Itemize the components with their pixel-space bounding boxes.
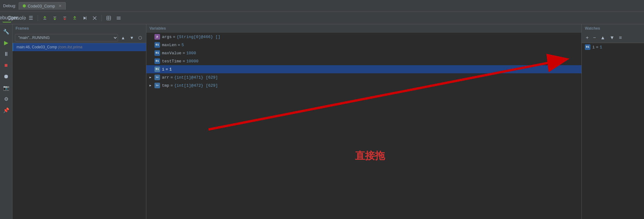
- var-icon-args: p: [154, 34, 160, 40]
- watch-name-i: i: [592, 45, 595, 50]
- watches-up-btn[interactable]: ▲: [599, 34, 607, 41]
- var-value-tmp: {int[1]@472} [629]: [174, 83, 218, 88]
- step-into-icon: [52, 15, 57, 21]
- mute-icon: [92, 15, 97, 21]
- watch-icon-i: 01: [585, 44, 590, 50]
- watch-eq-i: =: [596, 45, 599, 50]
- console-label: Console: [8, 15, 26, 21]
- var-value-testtime: 10000: [186, 59, 198, 64]
- sidebar-icons: 🔧 ▶ ⏸ ■ ⏺ 📷 ⚙ 📌: [0, 24, 12, 219]
- var-name-i: i: [162, 67, 164, 72]
- var-icon-maxvalue: 01: [154, 50, 160, 56]
- var-eq-testtime: =: [182, 59, 185, 64]
- var-value-i: 1: [169, 67, 172, 72]
- var-name-args: args: [162, 35, 172, 39]
- frame-item[interactable]: main:46, Code03_Comp (com.list.prima: [12, 43, 146, 51]
- var-name-maxlen: maxLen: [162, 43, 177, 47]
- var-value-maxlen: 5: [182, 43, 184, 47]
- var-eq-tmp: =: [170, 83, 173, 88]
- debug-tab[interactable]: Code03_Comp ✕: [19, 2, 66, 10]
- stop-btn[interactable]: ■: [2, 61, 11, 70]
- watches-remove-btn[interactable]: −: [591, 34, 597, 41]
- var-eq-maxlen: =: [178, 43, 180, 47]
- frames-down-btn[interactable]: ▼: [128, 34, 135, 41]
- expand-arr: ▶: [149, 75, 154, 79]
- frames-panel: Frames "main"...RUNNING ▲ ▼ ⬡ main:46, C…: [12, 24, 146, 219]
- var-item-testtime[interactable]: 01 testTime = 10000: [146, 57, 581, 65]
- var-item-tmp[interactable]: ▶ ½≡ tmp = {int[1]@472} [629]: [146, 81, 581, 90]
- step-out-icon: [72, 15, 77, 21]
- play-btn[interactable]: ▶: [2, 38, 11, 47]
- mute-btn[interactable]: [90, 14, 99, 22]
- force-run-icon: [82, 15, 87, 21]
- variables-list: p args = {String[0]@466} [] 01 maxLen = …: [146, 33, 581, 219]
- tab-close-icon[interactable]: ✕: [59, 4, 62, 8]
- tab-dot-icon: [23, 4, 26, 7]
- expand-tmp: ▶: [149, 84, 154, 87]
- gear-btn[interactable]: ⚙: [2, 94, 11, 104]
- settings-btn[interactable]: [114, 14, 123, 22]
- force-run-btn[interactable]: [80, 14, 89, 22]
- frames-toolbar: "main"...RUNNING ▲ ▼ ⬡: [12, 33, 146, 43]
- var-item-maxvalue[interactable]: 01 maxValue = 1000: [146, 49, 581, 57]
- main-toolbar: Debugger Console ☰: [0, 12, 644, 24]
- var-value-args: {String[0]@466} []: [177, 35, 220, 39]
- table-btn[interactable]: [104, 14, 113, 22]
- table-icon: [106, 15, 111, 21]
- force-step-icon: [62, 15, 67, 21]
- var-item-arr[interactable]: ▶ ½≡ arr = {int[1]@471} [629]: [146, 73, 581, 81]
- watches-header: Watches: [582, 24, 644, 33]
- var-icon-arr: ½≡: [154, 75, 160, 80]
- pause-btn[interactable]: ⏸: [2, 49, 11, 59]
- main-layout: 🔧 ▶ ⏸ ■ ⏺ 📷 ⚙ 📌 Frames "main"...RUNNING …: [0, 24, 644, 219]
- watch-value-i: 1: [600, 45, 602, 50]
- variables-panel: Variables p args = {String[0]@466} [] 01…: [146, 24, 582, 219]
- annotation-text: 直接拖: [355, 149, 385, 163]
- frame-main-text: main:46, Code03_Comp (com.list.prima: [17, 45, 143, 49]
- watches-down-btn[interactable]: ▼: [608, 34, 616, 41]
- var-item-args[interactable]: p args = {String[0]@466} []: [146, 33, 581, 41]
- frames-header: Frames: [12, 24, 146, 33]
- watches-panel: Watches + − ▲ ▼ ≡ 01 i = 1: [582, 24, 644, 219]
- var-eq-args: =: [173, 35, 175, 39]
- step-into-btn[interactable]: [50, 14, 59, 22]
- watch-item-i[interactable]: 01 i = 1: [582, 43, 644, 51]
- step-over-up-icon: [42, 15, 47, 21]
- step-over-up-btn[interactable]: [40, 14, 49, 22]
- debug-label: Debug:: [3, 3, 16, 8]
- watches-settings-btn[interactable]: ≡: [617, 34, 623, 41]
- var-name-tmp: tmp: [162, 83, 169, 88]
- watches-add-btn[interactable]: +: [584, 34, 590, 41]
- frames-dropdown[interactable]: "main"...RUNNING: [15, 34, 118, 41]
- profile-btn[interactable]: ⏺: [2, 72, 11, 81]
- force-step-btn[interactable]: [60, 14, 69, 22]
- camera-btn[interactable]: 📷: [2, 83, 11, 92]
- toolbar-sep-2: [38, 15, 38, 21]
- title-bar: Debug: Code03_Comp ✕: [0, 0, 644, 12]
- console-tab[interactable]: Console: [12, 14, 21, 22]
- var-eq-maxvalue: =: [182, 51, 185, 56]
- toolbar-sep-3: [102, 15, 102, 21]
- var-item-maxlen[interactable]: 01 maxLen = 5: [146, 41, 581, 49]
- var-eq-i: =: [166, 67, 168, 72]
- var-eq-arr: =: [170, 75, 173, 80]
- var-icon-tmp: ½≡: [154, 83, 160, 88]
- step-out-btn[interactable]: [70, 14, 79, 22]
- var-icon-maxlen: 01: [154, 42, 160, 48]
- var-item-i[interactable]: 01 i = 1: [146, 65, 581, 73]
- settings-icon: [116, 15, 121, 21]
- var-name-maxvalue: maxValue: [162, 51, 181, 56]
- var-name-testtime: testTime: [162, 59, 181, 64]
- frames-filter-btn[interactable]: ⬡: [137, 34, 144, 41]
- var-icon-i: 01: [154, 66, 160, 72]
- pin-btn[interactable]: 📌: [2, 105, 11, 115]
- tab-name: Code03_Comp: [28, 4, 55, 8]
- toolbar-sep-1: [24, 15, 24, 21]
- hamburger-btn[interactable]: ☰: [26, 14, 35, 22]
- wrench-btn[interactable]: 🔧: [2, 27, 11, 36]
- var-value-maxvalue: 1000: [186, 51, 196, 56]
- var-value-arr: {int[1]@471} [629]: [174, 75, 218, 80]
- variables-header: Variables: [146, 24, 581, 33]
- var-name-arr: arr: [162, 75, 169, 80]
- frames-up-btn[interactable]: ▲: [119, 34, 127, 41]
